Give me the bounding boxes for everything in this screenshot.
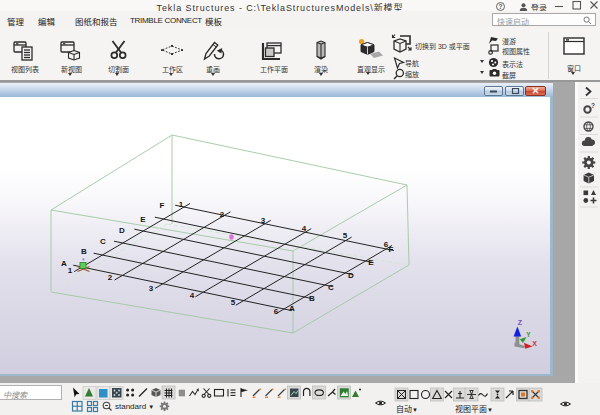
svg-text:A: A (289, 304, 295, 313)
svg-text:1: 1 (68, 266, 73, 275)
svg-text:5: 5 (343, 231, 348, 240)
svg-text:X: X (532, 340, 537, 347)
svg-text:D: D (119, 226, 125, 235)
svg-text:3: 3 (261, 216, 266, 225)
svg-text:B: B (309, 294, 315, 303)
svg-text:D: D (348, 271, 354, 280)
svg-text:4: 4 (190, 291, 195, 300)
svg-text:?: ? (591, 102, 595, 109)
svg-text:C: C (100, 237, 106, 246)
svg-text:4: 4 (302, 224, 307, 233)
svg-text:3: 3 (149, 284, 154, 293)
svg-text:5: 5 (231, 298, 236, 307)
svg-text:E: E (140, 215, 146, 224)
svg-text:B: B (81, 247, 87, 256)
svg-text:Z: Z (518, 319, 523, 326)
svg-text:F: F (389, 245, 394, 254)
svg-text:2: 2 (220, 210, 225, 219)
svg-text:F: F (160, 201, 165, 210)
svg-text:6: 6 (274, 307, 279, 316)
svg-text:C: C (328, 283, 334, 292)
svg-text:2: 2 (108, 273, 113, 282)
svg-text:?: ? (499, 3, 503, 10)
svg-text:1: 1 (179, 200, 184, 209)
svg-text:Y: Y (526, 331, 531, 338)
svg-text:E: E (368, 258, 374, 267)
svg-text:A: A (61, 259, 67, 268)
